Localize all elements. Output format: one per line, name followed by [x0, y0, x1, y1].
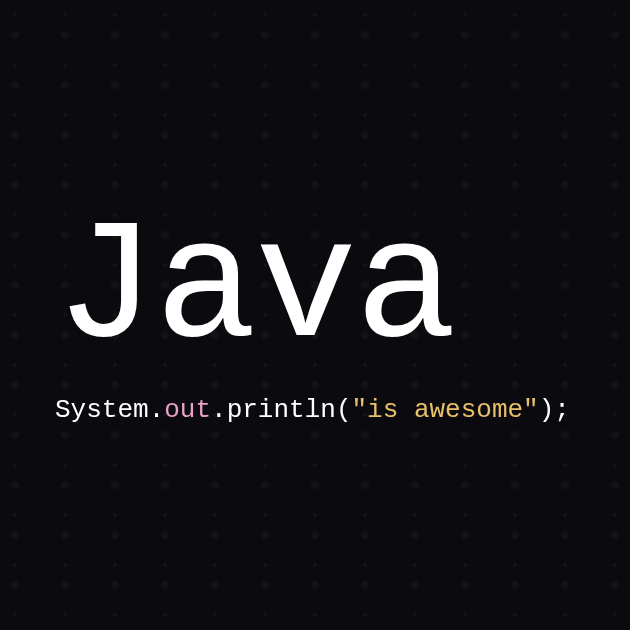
- code-out: out: [164, 395, 211, 425]
- code-dot1: .: [149, 395, 165, 425]
- java-title: Java: [55, 205, 630, 375]
- code-paren-open: (: [336, 395, 352, 425]
- code-println: println: [227, 395, 336, 425]
- code-paren-close: ): [539, 395, 555, 425]
- code-dot2: .: [211, 395, 227, 425]
- code-semicolon: ;: [554, 395, 570, 425]
- code-line: System.out.println("is awesome");: [55, 395, 630, 425]
- code-system: System: [55, 395, 149, 425]
- code-string: "is awesome": [351, 395, 538, 425]
